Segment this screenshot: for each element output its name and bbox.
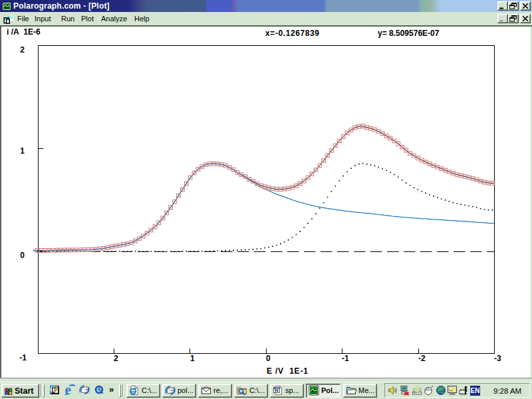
svg-text:W: W (274, 388, 279, 394)
